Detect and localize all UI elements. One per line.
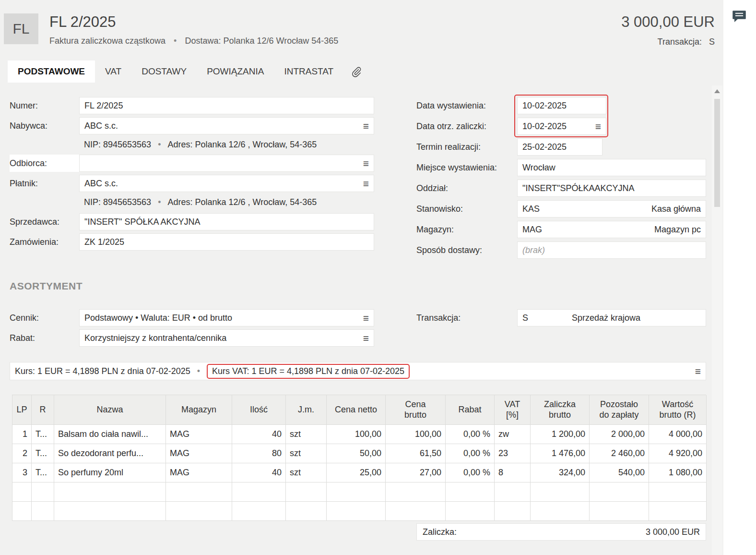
separator-bullet: • (158, 197, 161, 207)
cell-zaliczka-brutto: 1 476,00 (531, 444, 590, 463)
kurs-text: Kurs: 1 EUR = 4,1898 PLN z dnia 07-02-20… (15, 366, 190, 376)
stanowisko-label: Stanowisko: (416, 200, 517, 217)
cennik-value: Podstawowy • Waluta: EUR • od brutto (84, 313, 232, 323)
menu-icon[interactable]: ≡ (363, 333, 369, 343)
tab-intrastat[interactable]: INTRASTAT (274, 60, 343, 83)
menu-icon[interactable]: ≡ (363, 179, 369, 189)
odbiorca-field[interactable]: ≡ (79, 155, 374, 172)
cell-empty (386, 502, 446, 521)
cell-jm: szt (286, 463, 327, 483)
cell-r: T... (32, 444, 54, 463)
menu-icon[interactable]: ≡ (595, 121, 601, 132)
stanowisko-name: Kasa główna (649, 204, 701, 214)
magazyn-row: Magazyn: MAG Magazyn pc (416, 221, 706, 238)
cell-empty (495, 483, 531, 502)
sposob-dostawy-row: Sposób dostawy: (brak) (416, 241, 706, 259)
data-otrz-zaliczki-field[interactable]: 10-02-2025 ≡ (517, 118, 606, 135)
cell-empty (286, 483, 327, 502)
cell-empty (232, 483, 286, 502)
kurs-vat-highlight: Kurs VAT: 1 EUR = 4,1898 PLN z dnia 07-0… (207, 364, 410, 379)
transakcja-name: Sprzedaż krajowa (572, 313, 640, 323)
platnik-adres: Adres: Polanka 12/6 , Wrocław, 54-365 (167, 197, 317, 207)
nabywca-adres: Adres: Polanka 12/6 , Wrocław, 54-365 (167, 140, 317, 150)
cell-empty (327, 483, 386, 502)
cell-empty (327, 502, 386, 521)
menu-icon[interactable]: ≡ (363, 121, 369, 131)
platnik-label: Płatnik: (10, 175, 79, 192)
tab-podstawowe[interactable]: PODSTAWOWE (8, 60, 95, 83)
cell-r: T... (32, 425, 54, 444)
cell-empty (54, 502, 166, 521)
cell-jm: szt (286, 444, 327, 463)
comment-icon[interactable] (732, 10, 747, 24)
col-header-jm: J.m. (286, 395, 327, 425)
sposob-dostawy-field[interactable]: (brak) (517, 241, 706, 259)
col-header-zaliczka-brutto: Zaliczka brutto (531, 395, 590, 425)
oddzial-value: "INSERT"SPÓŁKAAKCYJNA (522, 183, 635, 193)
cell-lp: 3 (12, 463, 32, 483)
tab-vat[interactable]: VAT (95, 60, 131, 83)
data-wystawienia-field[interactable]: 10-02-2025 (517, 97, 606, 114)
cell-pozostalo: 540,00 (590, 463, 649, 483)
cennik-label: Cennik: (10, 309, 79, 326)
cell-empty (495, 502, 531, 521)
cell-magazyn: MAG (166, 444, 232, 463)
col-header-vat: VAT [%] (495, 395, 531, 425)
scroll-up-icon[interactable] (714, 89, 720, 93)
cell-r: T... (32, 463, 54, 483)
cell-empty (531, 502, 590, 521)
data-otrz-zaliczki-value: 10-02-2025 (522, 121, 567, 132)
menu-icon[interactable]: ≡ (363, 158, 369, 169)
cell-empty (649, 483, 707, 502)
transakcja-label: Transakcja: (416, 309, 517, 326)
menu-icon[interactable]: ≡ (695, 366, 701, 376)
delivery-info: Dostawa: Polanka 12/6 Wrocław 54-365 (185, 36, 338, 46)
magazyn-field[interactable]: MAG Magazyn pc (517, 221, 706, 238)
rabat-field[interactable]: Korzystniejszy z kontrahenta/cennika ≡ (79, 329, 374, 347)
numer-value: FL 2/2025 (84, 101, 123, 111)
col-header-rabat: Rabat (446, 395, 495, 425)
cell-empty (649, 502, 707, 521)
scrollbar-thumb[interactable] (714, 99, 720, 207)
oddzial-row: Oddział: "INSERT"SPÓŁKAAKCYJNA (416, 180, 706, 197)
nabywca-label: Nabywca: (10, 117, 79, 134)
cell-pozostalo: 2 460,00 (590, 444, 649, 463)
left-form: Numer: FL 2/2025 Nabywca: ABC s.c. ≡ NIP… (10, 97, 374, 253)
transakcja-field[interactable]: S Sprzedaż krajowa (517, 309, 706, 326)
cell-cena-netto: 50,00 (327, 444, 386, 463)
cell-rabat: 0,00 % (446, 444, 495, 463)
tab-powiazania[interactable]: POWIĄZANIA (197, 60, 274, 83)
sprzedawca-label: Sprzedawca: (10, 213, 79, 230)
platnik-row: Płatnik: ABC s.c. ≡ (10, 175, 374, 192)
odbiorca-label: Odbiorca: (10, 155, 79, 172)
doc-subtitle: Faktura zaliczkowa cząstkowa • Dostawa: … (49, 36, 338, 46)
cell-wartosc-brutto: 4 000,00 (649, 425, 707, 444)
termin-realizacji-field[interactable]: 25-02-2025 (517, 138, 602, 156)
cennik-field[interactable]: Podstawowy • Waluta: EUR • od brutto ≡ (79, 309, 374, 326)
termin-realizacji-value: 25-02-2025 (522, 142, 567, 152)
cell-lp: 2 (12, 444, 32, 463)
menu-icon[interactable]: ≡ (363, 313, 369, 323)
miejsce-wystawienia-field[interactable]: Wrocław (517, 159, 706, 176)
nabywca-field[interactable]: ABC s.c. ≡ (79, 117, 374, 134)
tab-dostawy[interactable]: DOSTAWY (131, 60, 197, 83)
platnik-field[interactable]: ABC s.c. ≡ (79, 175, 374, 192)
magazyn-code: MAG (522, 225, 572, 235)
col-header-cena-brutto: Cena brutto (386, 395, 446, 425)
paperclip-icon[interactable] (343, 60, 369, 83)
exchange-rate-bar[interactable]: Kurs: 1 EUR = 4,1898 PLN z dnia 07-02-20… (10, 362, 706, 380)
sprzedawca-field[interactable]: "INSERT" SPÓŁKA AKCYJNA (79, 213, 374, 230)
transaction-value: S (709, 37, 715, 47)
col-header-r: R (32, 395, 54, 425)
cell-vat: zw (495, 425, 531, 444)
page-title: FL 2/2025 (49, 13, 116, 31)
stanowisko-field[interactable]: KAS Kasa główna (517, 200, 706, 217)
zaliczka-label: Zaliczka: (423, 527, 457, 537)
separator-bullet: • (197, 366, 200, 376)
sposob-dostawy-label: Sposób dostawy: (416, 241, 517, 259)
oddzial-field[interactable]: "INSERT"SPÓŁKAAKCYJNA (517, 180, 706, 197)
zamowienia-field[interactable]: ZK 1/2025 (79, 233, 374, 251)
numer-field[interactable]: FL 2/2025 (79, 97, 374, 114)
scrollbar[interactable] (712, 85, 722, 555)
odbiorca-row: Odbiorca: ≡ (10, 155, 374, 172)
